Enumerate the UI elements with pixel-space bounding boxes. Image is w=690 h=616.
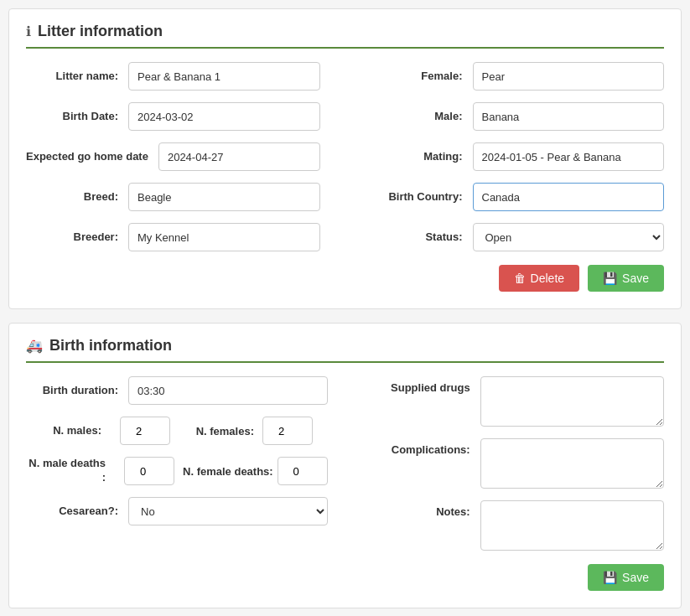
birth-card: 🚑 Birth information Birth duration: N. m… — [8, 323, 682, 608]
mating-label: Mating: — [371, 150, 463, 164]
birth-duration-label: Birth duration: — [26, 384, 118, 398]
birth-date-input[interactable] — [128, 102, 320, 131]
birth-country-row: Birth Country: — [371, 183, 665, 211]
info-icon: ℹ — [26, 23, 31, 39]
breeder-input[interactable] — [128, 223, 320, 251]
trash-icon: 🗑 — [514, 272, 526, 285]
complications-row: Complications: — [378, 438, 664, 489]
birth-card-header: 🚑 Birth information — [26, 337, 664, 363]
litter-btn-row: 🗑 Delete 💾 Save — [26, 265, 664, 292]
save-icon: 💾 — [603, 272, 617, 285]
birth-section-title: Birth information — [49, 337, 172, 355]
n-females-input[interactable] — [262, 417, 313, 445]
male-label: Male: — [371, 110, 463, 124]
mating-input[interactable] — [473, 142, 665, 171]
birth-btn-row: 💾 Save — [26, 564, 664, 591]
supplied-drugs-label: Supplied drugs — [378, 376, 470, 396]
n-males-label: N. males: — [26, 424, 101, 438]
male-row: Male: — [371, 102, 665, 131]
complications-label: Complications: — [378, 438, 470, 458]
notes-row: Notes: — [378, 500, 664, 551]
litter-name-label: Litter name: — [26, 70, 118, 84]
delete-button[interactable]: 🗑 Delete — [499, 265, 579, 292]
female-input[interactable] — [473, 62, 665, 91]
cesarean-row: Cesarean?: No Yes — [26, 497, 328, 525]
mating-row: Mating: — [371, 142, 665, 171]
supplied-drugs-row: Supplied drugs — [378, 376, 664, 427]
n-female-deaths-input[interactable] — [278, 457, 328, 485]
n-male-deaths-input[interactable] — [124, 457, 174, 485]
truck-icon: 🚑 — [26, 338, 43, 354]
breeder-row: Breeder: — [26, 223, 320, 251]
expected-go-home-label: Expected go home date — [26, 150, 148, 164]
supplied-drugs-textarea[interactable] — [480, 376, 664, 427]
litter-form-right: Female: Male: Mating: Birth Country: Sta… — [345, 62, 665, 251]
birth-country-label: Birth Country: — [371, 190, 463, 204]
litter-save-button[interactable]: 💾 Save — [588, 265, 664, 292]
breed-row: Breed: — [26, 183, 320, 211]
breed-input[interactable] — [128, 183, 320, 211]
birth-save-button[interactable]: 💾 Save — [588, 564, 664, 591]
breeder-label: Breeder: — [26, 230, 118, 245]
birth-duration-row: Birth duration: — [26, 376, 328, 405]
n-female-deaths-label: N. female deaths: — [183, 465, 269, 478]
litter-form-left: Litter name: Birth Date: Expected go hom… — [26, 62, 345, 251]
status-row: Status: Open Closed Reserved — [371, 223, 665, 251]
breed-label: Breed: — [26, 190, 118, 204]
cesarean-label: Cesarean?: — [26, 505, 118, 519]
status-label: Status: — [371, 230, 463, 245]
deaths-row: N. male deaths : N. female deaths: — [26, 457, 328, 485]
n-males-females-row: N. males: N. females: — [26, 417, 328, 445]
birth-date-label: Birth Date: — [26, 110, 118, 124]
litter-card-header: ℹ Litter information — [26, 23, 664, 49]
expected-go-home-input[interactable] — [158, 142, 320, 171]
n-males-input[interactable] — [120, 417, 170, 445]
notes-textarea[interactable] — [480, 500, 664, 551]
birth-form-right: Supplied drugs Complications: Notes: — [353, 376, 664, 551]
litter-card: ℹ Litter information Litter name: Birth … — [8, 8, 682, 309]
birth-country-input[interactable] — [473, 183, 665, 211]
birth-save-icon: 💾 — [603, 571, 617, 584]
notes-label: Notes: — [378, 500, 470, 520]
n-females-label: N. females: — [179, 425, 254, 437]
birth-duration-input[interactable] — [128, 376, 328, 405]
expected-go-home-row: Expected go home date — [26, 142, 320, 171]
female-row: Female: — [371, 62, 665, 91]
cesarean-select[interactable]: No Yes — [128, 497, 328, 525]
litter-name-input[interactable] — [128, 62, 320, 91]
birth-date-row: Birth Date: — [26, 102, 320, 131]
male-input[interactable] — [473, 102, 665, 131]
litter-name-row: Litter name: — [26, 62, 320, 91]
litter-form-grid: Litter name: Birth Date: Expected go hom… — [26, 62, 664, 251]
complications-textarea[interactable] — [480, 438, 664, 489]
n-male-deaths-label: N. male deaths : — [26, 457, 106, 485]
female-label: Female: — [371, 70, 463, 84]
birth-form-left: Birth duration: N. males: N. females: N.… — [26, 376, 353, 551]
status-select[interactable]: Open Closed Reserved — [473, 223, 665, 251]
litter-section-title: Litter information — [38, 23, 163, 40]
birth-form-grid: Birth duration: N. males: N. females: N.… — [26, 376, 664, 551]
